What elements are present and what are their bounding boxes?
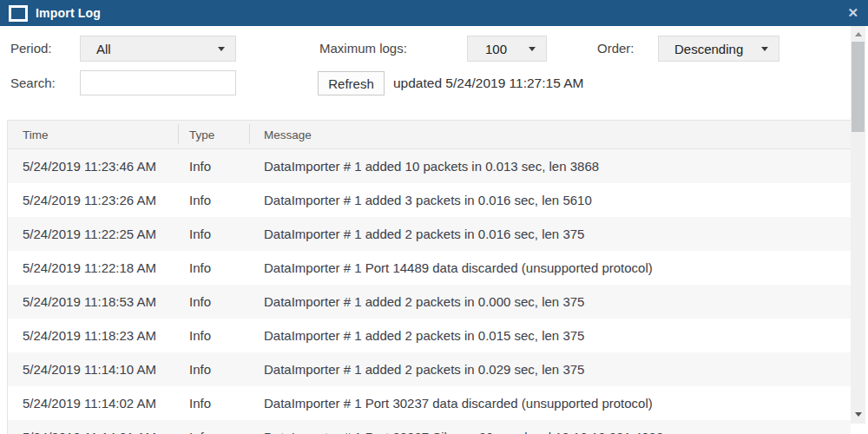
cell-type: Info	[179, 396, 250, 411]
cell-type: Info	[179, 159, 250, 174]
cell-time: 5/24/2019 11:14:01 AM	[8, 430, 179, 434]
vertical-scrollbar[interactable]	[851, 26, 865, 424]
period-label: Period:	[10, 36, 52, 62]
cell-message: DataImporter # 1 added 2 packets in 0.00…	[250, 294, 851, 309]
titlebar: Import Log ✕	[0, 0, 868, 26]
cell-type: Info	[179, 328, 250, 343]
cell-type: Info	[179, 430, 250, 434]
cell-message: DataImporter # 1 added 2 packets in 0.02…	[250, 362, 851, 377]
cell-type: Info	[179, 294, 250, 309]
column-header-type: Type	[179, 121, 250, 148]
table-row[interactable]: 5/24/2019 11:22:18 AM Info DataImporter …	[8, 251, 851, 285]
table-row[interactable]: 5/24/2019 11:23:46 AM Info DataImporter …	[8, 149, 851, 183]
scroll-down-icon[interactable]	[855, 412, 862, 417]
cell-message: DataImporter # 1 added 2 packets in 0.01…	[250, 227, 851, 241]
cell-message: DataImporter # 1 added 3 packets in 0.01…	[250, 193, 851, 207]
chevron-down-icon	[218, 47, 225, 51]
order-label: Order:	[597, 36, 635, 62]
scroll-up-icon[interactable]	[855, 32, 862, 36]
max-logs-dropdown[interactable]: 100	[467, 36, 547, 62]
period-value: All	[81, 42, 111, 56]
scrollbar-thumb[interactable]	[852, 42, 865, 132]
cell-message: DataImporter # 1 added 2 packets in 0.01…	[250, 328, 851, 343]
cell-type: Info	[179, 362, 250, 377]
max-logs-value: 100	[468, 42, 507, 56]
cell-time: 5/24/2019 11:18:53 AM	[8, 294, 179, 309]
chevron-down-icon	[761, 47, 768, 51]
order-dropdown[interactable]: Descending	[658, 36, 779, 62]
column-header-message: Message	[250, 121, 851, 148]
cell-message: DataImporter # 1 Port 14489 data discard…	[250, 260, 851, 275]
table-row[interactable]: 5/24/2019 11:18:53 AM Info DataImporter …	[8, 285, 851, 319]
table-row[interactable]: 5/24/2019 11:14:02 AM Info DataImporter …	[8, 386, 851, 420]
cell-message: DataImporter # 1 added 10 packets in 0.0…	[250, 159, 851, 174]
table-row[interactable]: 5/24/2019 11:22:25 AM Info DataImporter …	[8, 217, 851, 251]
window-title: Import Log	[36, 6, 101, 20]
cell-type: Info	[179, 260, 250, 275]
order-value: Descending	[659, 42, 743, 56]
cell-time: 5/24/2019 11:22:25 AM	[8, 227, 179, 241]
chevron-down-icon	[529, 47, 536, 51]
updated-status: updated 5/24/2019 11:27:15 AM	[393, 71, 583, 95]
cell-time: 5/24/2019 11:14:02 AM	[8, 396, 179, 411]
table-body: 5/24/2019 11:23:46 AM Info DataImporter …	[8, 149, 851, 434]
table-row[interactable]: 5/24/2019 11:14:01 AM Info DataImporter …	[8, 420, 851, 434]
search-input[interactable]	[80, 70, 236, 95]
cell-time: 5/24/2019 11:14:10 AM	[8, 362, 179, 377]
period-dropdown[interactable]: All	[80, 36, 236, 62]
cell-time: 5/24/2019 11:18:23 AM	[8, 328, 179, 343]
table-row[interactable]: 5/24/2019 11:14:10 AM Info DataImporter …	[8, 352, 851, 386]
window-icon	[9, 5, 28, 22]
column-header-time: Time	[8, 121, 179, 148]
table-row[interactable]: 5/24/2019 11:23:26 AM Info DataImporter …	[8, 183, 851, 217]
cell-type: Info	[179, 193, 250, 207]
close-icon[interactable]: ✕	[847, 0, 858, 26]
cell-message: DataImporter # 1 Port 30237 Silence 20 s…	[250, 430, 851, 434]
cell-message: DataImporter # 1 Port 30237 data discard…	[250, 396, 851, 411]
search-label: Search:	[10, 70, 56, 96]
table-row[interactable]: 5/24/2019 11:18:23 AM Info DataImporter …	[8, 319, 851, 352]
log-table: Time Type Message 5/24/2019 11:23:46 AM …	[7, 120, 851, 434]
cell-time: 5/24/2019 11:23:26 AM	[8, 193, 179, 207]
table-header: Time Type Message	[8, 120, 851, 149]
cell-type: Info	[179, 227, 250, 241]
cell-time: 5/24/2019 11:23:46 AM	[8, 159, 179, 174]
max-logs-label: Maximum logs:	[319, 36, 407, 62]
cell-time: 5/24/2019 11:22:18 AM	[8, 260, 179, 275]
refresh-button[interactable]: Refresh	[318, 71, 385, 95]
